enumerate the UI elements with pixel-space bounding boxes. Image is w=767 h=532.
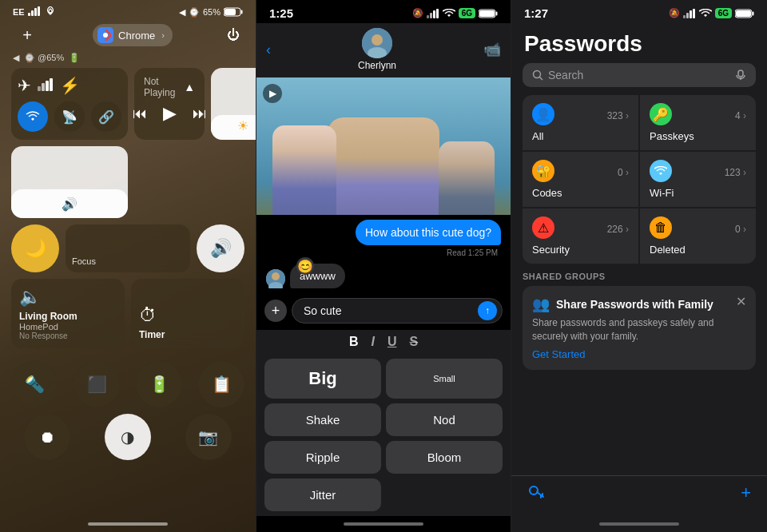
cc-hotspot-button[interactable]: 🔗 [91, 101, 121, 132]
cc-accessibility-button[interactable]: ◑ [105, 414, 151, 460]
msg-effect-nod[interactable]: Nod [386, 403, 503, 436]
cc-flashlight-button[interactable]: 🔦 [11, 361, 58, 407]
msg-effect-jitter[interactable]: Jitter [264, 478, 381, 511]
pwd-key-icon [527, 482, 545, 503]
svg-rect-5 [225, 9, 236, 15]
msg-add-button[interactable]: + [264, 300, 287, 322]
cc-notes-button[interactable]: 📋 [198, 361, 244, 407]
svg-rect-26 [683, 15, 686, 18]
svg-rect-10 [42, 83, 45, 91]
pwd-search-bar[interactable]: Search [523, 63, 756, 87]
cc-music-tile[interactable]: Not Playing ▲ ⏮ ▶ ⏭ [134, 68, 205, 140]
chrome-icon [97, 27, 113, 43]
svg-point-24 [272, 272, 280, 280]
msg-underline-button[interactable]: U [387, 335, 397, 349]
cc-volume-button[interactable]: 🔊 [197, 224, 244, 272]
cc-carrier-text: EE [13, 7, 25, 17]
msg-contact-name: Cherlynn [358, 60, 396, 71]
cc-music-not-playing: Not Playing [144, 76, 184, 98]
msg-bubble-right: How about this cute dog? [356, 220, 501, 245]
messages-panel: 1:25 🔕 6G ‹ Cherlynn 📹 [256, 0, 511, 532]
cc-battery-full: 🔋 [69, 53, 80, 63]
cc-camera-button[interactable]: 📷 [185, 414, 232, 460]
msg-text-input[interactable]: So cute ↑ [292, 298, 503, 324]
cc-bluetooth-icon: ⚡ [60, 76, 80, 95]
msg-strikethrough-button[interactable]: S [409, 335, 418, 349]
msg-input-wrapper: So cute ↑ [292, 298, 503, 324]
cc-record-button[interactable]: ⏺ [24, 414, 70, 460]
cc-timer-icon: ⏱ [139, 305, 157, 326]
cc-wifi-button[interactable] [18, 101, 48, 132]
pwd-status-icons: 🔕 6G [669, 8, 754, 18]
svg-rect-16 [436, 9, 439, 18]
cc-airdrop-button[interactable]: 📡 [54, 101, 85, 132]
cc-play-button[interactable]: ▶ [163, 103, 177, 124]
cc-battery-button[interactable]: 🔋 [136, 361, 182, 407]
pwd-cell-all[interactable]: 👤 323 › All [523, 95, 638, 150]
msg-status-icons: 🔕 6G [412, 8, 498, 18]
pwd-cell-security[interactable]: ⚠ 226 › Security [523, 208, 638, 264]
pwd-title: Passwords [511, 23, 767, 63]
cc-next-button[interactable]: ⏭ [193, 105, 207, 122]
pwd-get-started-button[interactable]: Get Started [532, 348, 746, 360]
msg-video-button[interactable]: 📹 [483, 41, 501, 58]
msg-bold-button[interactable]: B [349, 335, 359, 349]
cc-focus-button[interactable]: 🌙 [11, 224, 59, 272]
cc-record-icon: ⏺ [39, 428, 55, 447]
msg-effect-big[interactable]: Big [264, 359, 381, 399]
msg-signal-icon [427, 9, 439, 18]
cc-cellular-icon [38, 77, 54, 95]
msg-effect-small[interactable]: Small [386, 359, 503, 399]
msg-received-row: 😊 awwww [266, 264, 501, 288]
msg-received-avatar [266, 269, 285, 288]
pwd-cell-wifi[interactable]: 123 › Wi-Fi [640, 152, 756, 207]
svg-rect-1 [31, 10, 34, 16]
cc-header: + Chrome › ⏻ [0, 21, 256, 53]
pwd-banner-close-button[interactable]: ✕ [736, 294, 746, 309]
passwords-panel: 1:27 🔕 6G Passwords Search 👤 323 › All 🔑 [511, 0, 767, 532]
cc-app-badge[interactable]: Chrome › [93, 24, 173, 46]
msg-effect-toolbar: B I U S [256, 330, 511, 354]
cc-connectivity-tile[interactable]: ✈ ⚡ 📡 🔗 [11, 68, 128, 140]
pwd-add-button[interactable]: + [741, 482, 751, 503]
msg-back-button[interactable]: ‹ [266, 42, 271, 58]
cc-brightness-slider[interactable]: ☀ [211, 68, 256, 140]
msg-avatar[interactable] [362, 28, 392, 58]
cc-prev-button[interactable]: ⏮ [133, 105, 147, 122]
pwd-deleted-label: Deleted [650, 244, 746, 256]
pwd-cell-deleted[interactable]: 🗑 0 › Deleted [640, 208, 756, 264]
msg-playback-icon[interactable]: ▶ [263, 84, 282, 103]
cc-watch-battery: ⌚ @65% [24, 53, 64, 63]
cc-timer-tile[interactable]: ⏱ Timer [131, 279, 244, 348]
cc-homepod-name: HomePod [19, 322, 58, 332]
cc-screen-mirror-icon: ⬛ [87, 375, 107, 394]
msg-italic-button[interactable]: I [371, 335, 374, 349]
cc-focus-tile[interactable]: Focus [66, 224, 190, 272]
pwd-codes-icon: 🔐 [532, 160, 554, 182]
cc-home-indicator [88, 522, 168, 526]
cc-add-button[interactable]: + [16, 24, 38, 46]
pwd-categories-grid: 👤 323 › All 🔑 4 › Passkeys 🔐 0 › Codes [523, 95, 756, 264]
pwd-cell-codes[interactable]: 🔐 0 › Codes [523, 152, 638, 207]
msg-home-bar [256, 516, 511, 532]
msg-effect-ripple[interactable]: Ripple [264, 441, 381, 474]
cc-volume-slider[interactable]: 🔊 [11, 146, 128, 218]
msg-contact-info: Cherlynn [279, 28, 475, 71]
cc-location-icon: ◀ [179, 7, 185, 18]
msg-effect-shake[interactable]: Shake [264, 403, 381, 436]
pwd-mic-icon[interactable] [735, 69, 746, 81]
msg-network-badge: 6G [459, 8, 475, 18]
svg-rect-6 [241, 10, 243, 14]
msg-send-button[interactable]: ↑ [478, 301, 497, 320]
pwd-codes-count: 0 › [618, 167, 629, 178]
cc-power-button[interactable]: ⏻ [227, 28, 240, 42]
msg-effect-bloom[interactable]: Bloom [386, 441, 503, 474]
pwd-cell-passkeys[interactable]: 🔑 4 › Passkeys [640, 95, 756, 150]
pwd-deleted-count: 0 › [735, 224, 746, 235]
pwd-deleted-icon: 🗑 [650, 216, 672, 239]
cc-airplay-icon[interactable]: ▲ [184, 81, 195, 93]
pwd-bottom-bar: + [511, 475, 767, 516]
cc-screen-mirror-button[interactable]: ⬛ [74, 361, 120, 407]
pwd-all-icon: 👤 [532, 103, 554, 125]
cc-homepod-tile[interactable]: 🔈 Living Room HomePod No Response [11, 279, 125, 348]
